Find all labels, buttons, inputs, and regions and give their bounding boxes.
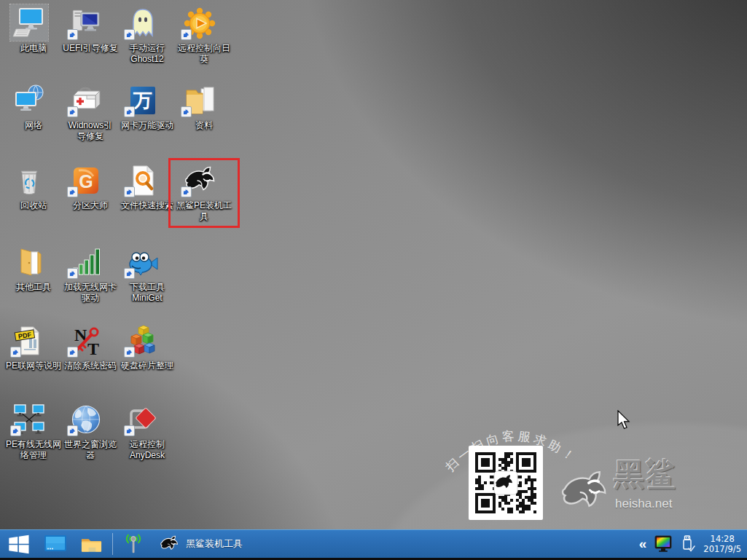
taskbar-separator [112,533,113,555]
desktop-icon-label: 分区大师 [58,200,123,211]
shortcut-arrow-icon [67,29,78,40]
desktop-icon-label: PE有线无线网 络管理 [1,439,66,461]
desktop-icon-anydesk-remote[interactable]: 远程控制 AnyDesk [114,401,171,461]
recycle-bin-icon [10,162,48,198]
taskbar-app-label: 黑鲨装机工具 [186,537,243,551]
shortcut-arrow-icon [124,425,135,436]
display-color-tray-icon[interactable] [654,535,673,553]
shortcut-arrow-icon [124,29,135,40]
desktop-icon-label: 远程控制向日 葵 [171,43,237,65]
desktop-icon-label: 网络 [1,120,66,131]
desktop-icon-label: 此电脑 [1,43,66,54]
windows-logo-icon [7,532,31,556]
shortcut-arrow-icon [124,186,135,197]
shortcut-arrow-icon [10,425,21,436]
desktop-icon-uefi-boot-repair[interactable]: UEFI引导修复 [58,4,114,54]
display-tool-button[interactable] [37,530,74,558]
shortcut-arrow-icon [10,347,21,358]
desktop-icon-label: 远程控制 AnyDesk [114,439,180,461]
desktop-icon-label: Widnows引 导修复 [58,120,123,142]
this-pc-icon [10,4,48,41]
wireless-tool-button[interactable] [116,530,151,558]
brand-site: heisha.net [615,497,672,511]
desktop-icon-windows-boot-repair[interactable]: Widnows引 导修复 [58,82,114,142]
miniget-download-icon [124,243,162,280]
desktop-icon-miniget-download[interactable]: 下载工具 MiniGet [114,243,171,304]
desktop-icon-sunflower-remote[interactable]: 远程控制向日 葵 [171,4,228,65]
run-ghost12-icon [124,4,162,41]
desktop-icon-network[interactable]: 网络 [1,82,58,131]
shortcut-arrow-icon [181,29,192,40]
ziliao-folder-icon [181,82,219,118]
desktop-icon-ziliao-folder[interactable]: 资料 [171,82,228,131]
sunflower-remote-icon [181,4,219,41]
clock-time: 14:28 [703,534,741,544]
desktop-icon-label: 加载无线网卡 驱动 [58,282,123,304]
shortcut-arrow-icon [67,425,78,436]
other-tools-icon [10,243,48,280]
shortcut-arrow-icon [67,268,78,279]
desktop-icon-wireless-nic-driver[interactable]: 加载无线网卡 驱动 [58,243,114,304]
clock[interactable]: 14:28 2017/9/5 [703,534,741,554]
start-button[interactable] [0,530,37,558]
shortcut-arrow-icon [124,347,135,358]
network-icon [10,82,48,118]
svg-text:G: G [79,171,93,192]
windows-boot-repair-icon [67,82,105,118]
desktop-icon-label: 资料 [171,120,237,131]
nic-universal-driver-icon: 万 [124,82,162,118]
taskbar-app-heisha-tool[interactable]: 黑鲨装机工具 [151,530,250,558]
mouse-cursor [617,410,631,430]
desktop-icon-pe-network-manager[interactable]: PE有线无线网 络管理 [1,401,58,461]
desktop-icon-this-pc[interactable]: 此电脑 [1,4,58,54]
desktop-icon-disk-defrag[interactable]: 硬盘碎片整理 [114,322,171,371]
desktop-icon-label: PE联网等说明 [1,360,66,371]
folder-icon [80,535,103,553]
desktop-icon-label: 手动运行 Ghost12 [114,43,180,65]
shark-logo-icon [554,466,614,518]
shortcut-arrow-icon [67,347,78,358]
wireless-nic-driver-icon [67,243,105,280]
desktop-icon-pe-network-readme[interactable]: PDF PE联网等说明 [1,322,58,371]
desktop-icon-partition-master[interactable]: G分区大师 [58,162,114,211]
anydesk-remote-icon [124,401,162,437]
clear-system-password-icon: N T [67,322,105,358]
red-highlight-box [168,158,240,228]
world-window-browser-icon [67,401,105,437]
brand-name: 黑鲨 [614,454,701,495]
desktop-icon-label: UEFI引导修复 [58,43,123,54]
desktop-icon-clear-system-password[interactable]: N T 清除系统密码 [58,322,114,371]
shark-app-icon [158,534,180,554]
qr-code [469,446,543,520]
usb-eject-tray-icon[interactable] [680,535,696,553]
shortcut-arrow-icon [124,106,135,117]
desktop-icon-world-window-browser[interactable]: 世界之窗浏览 器 [58,401,114,461]
desktop-icon-nic-universal-driver[interactable]: 万网卡万能驱动 [114,82,171,131]
desktop-icon-label: 回收站 [1,200,66,211]
system-tray: « 14:28 2017/9/5 [639,534,747,554]
desktop-icon-label: 网卡万能驱动 [114,120,180,131]
shortcut-arrow-icon [124,268,135,279]
disk-defrag-icon [124,322,162,358]
desktop-icon-label: 清除系统密码 [58,360,123,371]
desktop-icon-run-ghost12[interactable]: 手动运行 Ghost12 [114,4,171,65]
desktop-icon-label: 世界之窗浏览 器 [58,439,123,461]
desktop-icon-recycle-bin[interactable]: 回收站 [1,162,58,211]
desktop-icon-label: 硬盘碎片整理 [114,360,180,371]
partition-master-icon: G [67,162,105,198]
pe-network-readme-icon: PDF [10,322,48,358]
heisha-watermark: 扫一扫向客服求助！ 黑鲨 heisha.net [437,402,743,529]
file-explorer-button[interactable] [74,530,109,558]
taskbar: 黑鲨装机工具 « 14:28 2017/9/5 [0,529,747,560]
shortcut-arrow-icon [181,106,192,117]
desktop-icon-file-quick-search[interactable]: 文件快速搜索 [114,162,171,211]
tray-expand-chevron[interactable]: « [639,537,647,551]
shortcut-arrow-icon [67,186,78,197]
svg-text:万: 万 [133,90,152,111]
file-quick-search-icon [124,162,162,198]
desktop-icon-other-tools[interactable]: 其他工具 [1,243,58,293]
shortcut-arrow-icon [67,106,78,117]
clock-date: 2017/9/5 [703,544,741,554]
blue-monitor-icon [44,535,67,553]
antenna-icon [122,533,144,555]
